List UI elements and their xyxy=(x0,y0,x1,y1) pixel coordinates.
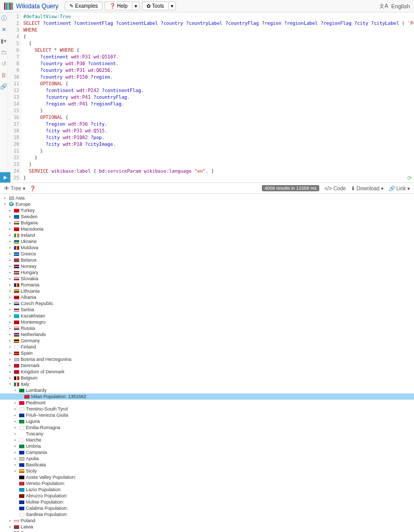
collapse-icon[interactable] xyxy=(8,294,12,300)
tree-item[interactable]: 🌍Europe xyxy=(0,201,414,207)
tree-item[interactable]: Piedmont xyxy=(0,400,414,406)
tools-button[interactable]: ✿ Tools xyxy=(142,2,168,10)
tree-item[interactable]: Greece xyxy=(0,251,414,257)
tree-item[interactable]: Kazakhstan xyxy=(0,313,414,319)
examples-button[interactable]: ✎ Examples xyxy=(65,2,102,10)
help-icon[interactable]: ❓ xyxy=(29,186,36,191)
tree-item[interactable]: Calabria Population: xyxy=(0,505,414,511)
tree-item[interactable]: Trentino-South Tyrol xyxy=(0,406,414,412)
tree-item[interactable]: Liguria xyxy=(0,418,414,424)
tree-item[interactable]: Norway xyxy=(0,263,414,269)
collapse-icon[interactable] xyxy=(8,220,12,226)
collapse-icon[interactable] xyxy=(13,449,18,455)
tree-item[interactable]: Sweden xyxy=(0,214,414,220)
tree-item[interactable]: Spain xyxy=(0,350,414,356)
tree-item[interactable]: Netherlands xyxy=(0,331,414,338)
tree-item[interactable]: Turkey xyxy=(0,207,414,214)
collapse-icon[interactable] xyxy=(3,195,7,201)
tree-item[interactable]: Apulia xyxy=(0,455,414,462)
tree-item[interactable]: Ukraine xyxy=(0,238,414,245)
tree-item[interactable]: Abruzzo Population: xyxy=(0,493,414,499)
tree-item[interactable]: Bulgaria xyxy=(0,220,414,226)
expand-icon[interactable] xyxy=(3,201,7,207)
run-button[interactable]: ▶ xyxy=(0,172,10,183)
tree-item[interactable]: Lombardy xyxy=(0,387,414,393)
tree-item[interactable]: Sardinia Population: xyxy=(0,511,414,518)
collapse-icon[interactable] xyxy=(8,263,12,269)
collapse-icon[interactable] xyxy=(8,344,12,350)
tree-item[interactable]: Umbria xyxy=(0,443,414,449)
tree-item[interactable]: Belarus xyxy=(0,257,414,263)
collapse-icon[interactable] xyxy=(13,437,18,443)
collapse-icon[interactable] xyxy=(13,431,18,437)
tree-item[interactable]: Romania xyxy=(0,282,414,288)
collapse-icon[interactable] xyxy=(8,282,12,288)
language-selector[interactable]: English xyxy=(391,3,410,9)
tree-item[interactable]: Friuli–Venezia Giulia xyxy=(0,412,414,418)
collapse-icon[interactable] xyxy=(8,331,12,338)
help-button[interactable]: ❓ Help xyxy=(105,2,132,10)
tree-item[interactable]: Asia xyxy=(0,195,414,201)
help-dropdown[interactable]: ▾ xyxy=(132,2,140,10)
view-selector[interactable]: 👁 Tree ▾ xyxy=(4,186,25,191)
collapse-icon[interactable] xyxy=(8,288,12,294)
info-icon[interactable]: ⓘ xyxy=(0,14,7,22)
code-editor[interactable]: 1234567891011121314151617181920212223242… xyxy=(8,12,414,183)
tree-item[interactable]: Italy xyxy=(0,381,414,387)
tree-item[interactable]: Belgium xyxy=(0,375,414,381)
refresh-icon[interactable]: ⟳ xyxy=(407,175,412,181)
collapse-icon[interactable] xyxy=(13,412,18,418)
collapse-icon[interactable] xyxy=(8,325,12,331)
tree-item[interactable]: France xyxy=(0,530,414,532)
tools-dropdown[interactable]: ▾ xyxy=(168,2,176,10)
collapse-icon[interactable] xyxy=(8,338,12,344)
tree-item[interactable]: Germany xyxy=(0,338,414,344)
tree-item[interactable]: Finland xyxy=(0,344,414,350)
tree-item[interactable]: Czech Republic xyxy=(0,300,414,307)
collapse-icon[interactable] xyxy=(8,214,12,220)
permalink[interactable]: 🔗 Link ▾ xyxy=(389,186,410,191)
collapse-icon[interactable] xyxy=(13,462,18,468)
collapse-icon[interactable] xyxy=(8,319,12,325)
tree-item[interactable]: Denmark xyxy=(0,362,414,369)
collapse-icon[interactable] xyxy=(8,307,12,313)
tree-item[interactable]: Marche xyxy=(0,437,414,443)
tree-item[interactable]: Tuscany xyxy=(0,431,414,437)
history-icon[interactable]: ↺ xyxy=(0,60,7,67)
tree-item[interactable]: Kingdom of Denmark xyxy=(0,369,414,375)
tree-item[interactable]: Poland xyxy=(0,518,414,524)
tree-item[interactable]: Campania xyxy=(0,449,414,455)
tree-item[interactable]: Basilicata xyxy=(0,462,414,468)
wand-icon[interactable]: ✕ xyxy=(0,26,7,33)
tree-item[interactable]: Aosta Valley Population: xyxy=(0,474,414,480)
collapse-icon[interactable] xyxy=(13,400,18,406)
folder-icon[interactable]: 🗀 xyxy=(0,49,7,56)
filter-icon[interactable]: ▮▾ xyxy=(0,37,7,44)
collapse-icon[interactable] xyxy=(8,362,12,369)
tree-item[interactable]: Molise Population: xyxy=(0,499,414,505)
collapse-icon[interactable] xyxy=(8,207,12,214)
collapse-icon[interactable] xyxy=(8,238,12,245)
tree-item[interactable]: Ireland xyxy=(0,232,414,238)
tree-item[interactable]: Milan Population: 1351562 xyxy=(0,393,414,400)
collapse-icon[interactable] xyxy=(8,251,12,257)
download-link[interactable]: ⬇ Download ▾ xyxy=(351,186,383,191)
collapse-icon[interactable] xyxy=(8,313,12,319)
expand-icon[interactable] xyxy=(8,381,12,387)
collapse-icon[interactable] xyxy=(8,300,12,307)
collapse-icon[interactable] xyxy=(8,524,12,530)
tree-item[interactable]: Lazio Population: xyxy=(0,487,414,493)
tree-item[interactable]: Sicily xyxy=(0,468,414,474)
collapse-icon[interactable] xyxy=(13,424,18,431)
code-link[interactable]: </> Code xyxy=(324,186,346,191)
tree-item[interactable]: Bosnia and Herzegovina xyxy=(0,356,414,362)
collapse-icon[interactable] xyxy=(8,375,12,381)
tree-item[interactable]: Montenegro xyxy=(0,319,414,325)
collapse-icon[interactable] xyxy=(8,257,12,263)
collapse-icon[interactable] xyxy=(13,418,18,424)
link-icon[interactable]: 🔗 xyxy=(0,83,7,90)
collapse-icon[interactable] xyxy=(8,350,12,356)
tree-item[interactable]: Albania xyxy=(0,294,414,300)
collapse-icon[interactable] xyxy=(13,455,18,462)
expand-icon[interactable] xyxy=(13,387,18,393)
